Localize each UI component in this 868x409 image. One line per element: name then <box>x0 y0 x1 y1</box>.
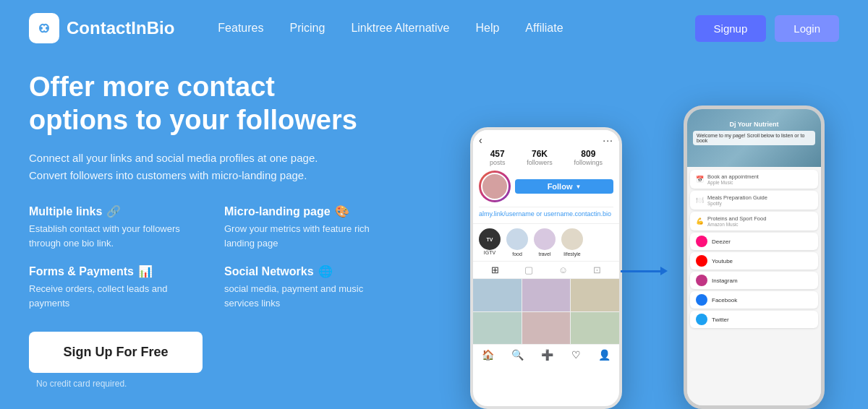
feature-forms-payments: Forms & Payments 📊 Receive orders, colle… <box>29 264 195 310</box>
proteins-icon: 💪 <box>696 218 704 225</box>
feature-desc-forms: Receive orders, collect leads and paymen… <box>29 282 195 310</box>
ig-avatar-row: Follow ▼ <box>479 171 613 202</box>
feature-desc-social: social media, payment and music services… <box>224 282 391 310</box>
svg-point-1 <box>40 27 43 30</box>
ig-search-icon[interactable]: 🔍 <box>511 349 524 361</box>
social-instagram[interactable]: Instagram <box>690 272 818 289</box>
ig-story-travel: travel <box>534 228 556 257</box>
deezer-icon <box>696 236 707 247</box>
app-link-meals[interactable]: 🍽️ Meals Preparation Guide Spotify <box>690 191 818 210</box>
facebook-icon <box>696 294 707 306</box>
hero-left: Offer more contact options to your follo… <box>29 64 448 409</box>
ig-tab-tag[interactable]: ☺ <box>558 264 568 275</box>
meals-icon: 🍽️ <box>696 197 704 204</box>
instagram-social-icon <box>696 275 707 286</box>
ig-avatar-image <box>481 173 509 200</box>
ig-heart-icon[interactable]: ♡ <box>571 349 581 361</box>
feature-multiple-links: Multiple links 🔗 Establish contact with … <box>29 204 195 250</box>
login-button[interactable]: Login <box>775 15 839 42</box>
app-welcome-text: Welcome to my page! Scroll below to list… <box>693 131 815 145</box>
ig-stories-row: TV IGTV food travel lifestyle <box>473 224 619 262</box>
facebook-label: Facebook <box>712 297 737 303</box>
ig-options: ··· <box>603 134 613 146</box>
feature-social-networks: Social Networks 🌐 social media, payment … <box>224 264 391 310</box>
proteins-service: Amazon Music <box>707 222 766 227</box>
appointment-label: Book an appointment <box>707 173 759 180</box>
app-header: Dj Your Nutrient Welcome to my page! Scr… <box>687 109 821 167</box>
arrow-head <box>660 267 668 275</box>
ig-story-igtv: TV IGTV <box>479 228 501 257</box>
social-facebook[interactable]: Facebook <box>690 291 818 309</box>
feature-desc-micro: Grow your metrics with feature rich land… <box>224 222 391 250</box>
feature-title-social: Social Networks 🌐 <box>224 264 391 278</box>
nav-linktree[interactable]: Linktree Alternative <box>351 22 449 35</box>
ig-following-stat: 809 followings <box>574 149 603 166</box>
logo[interactable]: ContactInBio <box>29 13 174 43</box>
ig-tab-grid[interactable]: ⊞ <box>491 264 499 275</box>
youtube-icon <box>696 255 707 267</box>
ig-profile-icon[interactable]: 👤 <box>598 349 610 361</box>
ig-bio-link: almy.link/username or username.contactin… <box>479 207 613 220</box>
logo-text: ContactInBio <box>67 18 174 38</box>
ig-avatar <box>479 171 511 202</box>
deezer-label: Deezer <box>712 238 731 245</box>
ig-story-food: food <box>506 228 528 257</box>
instagram-social-label: Instagram <box>712 277 738 284</box>
meals-label: Meals Preparation Guide <box>707 194 767 201</box>
ig-header: ‹ ··· 457 posts 76K followers 809 follow… <box>473 130 619 224</box>
arrow <box>621 267 668 275</box>
features-grid: Multiple links 🔗 Establish contact with … <box>29 204 391 310</box>
feature-title-forms: Forms & Payments 📊 <box>29 264 195 278</box>
ig-photo-grid <box>473 279 619 344</box>
feature-micro-landing: Micro-landing page 🎨 Grow your metrics w… <box>224 204 391 250</box>
app-header-title: Dj Your Nutrient <box>693 113 815 128</box>
app-link-proteins[interactable]: 💪 Proteins and Sport Food Amazon Music <box>690 212 818 231</box>
appointment-icon: 📅 <box>696 176 704 183</box>
nav-affiliate[interactable]: Affiliate <box>525 22 563 35</box>
ig-tab-person[interactable]: ⊡ <box>593 264 601 275</box>
app-links: 📅 Book an appointment Apple Music 🍽️ Mea… <box>687 167 821 405</box>
app-phone: Dj Your Nutrient Welcome to my page! Scr… <box>684 106 825 409</box>
logo-icon <box>29 13 59 43</box>
social-deezer[interactable]: Deezer <box>690 233 818 250</box>
nav-help[interactable]: Help <box>475 22 499 35</box>
svg-point-2 <box>46 27 48 30</box>
ig-home-icon[interactable]: 🏠 <box>482 349 494 361</box>
meals-service: Spotify <box>707 201 767 206</box>
twitter-icon <box>696 314 707 325</box>
arrow-line <box>621 270 660 272</box>
ig-add-icon[interactable]: ➕ <box>541 349 553 361</box>
ig-story-lifestyle: lifestyle <box>561 228 583 257</box>
nav-pricing[interactable]: Pricing <box>289 22 325 35</box>
cta-container: Sign Up For Free No credit card required… <box>29 332 448 389</box>
no-credit-card-text: No credit card required. <box>36 379 448 389</box>
appointment-service: Apple Music <box>707 180 759 185</box>
ig-follow-button[interactable]: Follow ▼ <box>515 179 613 194</box>
ig-followers-stat: 76K followers <box>527 149 553 166</box>
social-youtube[interactable]: Youtube <box>690 252 818 270</box>
nav-links: Features Pricing Linktree Alternative He… <box>218 22 694 35</box>
hero-title: Offer more contact options to your follo… <box>29 71 376 137</box>
proteins-label: Proteins and Sport Food <box>707 215 766 222</box>
social-twitter[interactable]: Twitter <box>690 311 818 328</box>
signup-button[interactable]: Signup <box>695 15 767 42</box>
feature-title-links: Multiple links 🔗 <box>29 204 195 218</box>
cta-signup-button[interactable]: Sign Up For Free <box>29 332 203 373</box>
hero-section: Offer more contact options to your follo… <box>0 56 868 409</box>
feature-title-micro: Micro-landing page 🎨 <box>224 204 391 218</box>
hero-right: ‹ ··· 457 posts 76K followers 809 follow… <box>448 64 839 409</box>
ig-stats: 457 posts 76K followers 809 followings <box>479 149 613 166</box>
navbar: ContactInBio Features Pricing Linktree A… <box>0 0 868 56</box>
youtube-label: Youtube <box>712 258 733 264</box>
ig-bottom-bar: 🏠 🔍 ➕ ♡ 👤 <box>473 344 619 363</box>
svg-rect-0 <box>34 18 54 38</box>
twitter-label: Twitter <box>712 317 729 323</box>
nav-buttons: Signup Login <box>695 15 839 42</box>
instagram-phone: ‹ ··· 457 posts 76K followers 809 follow… <box>470 127 622 409</box>
ig-posts-stat: 457 posts <box>490 149 506 166</box>
nav-features[interactable]: Features <box>218 22 263 35</box>
hero-subtitle: Connect all your links and social media … <box>29 150 347 184</box>
ig-tab-list[interactable]: ▢ <box>524 264 533 275</box>
ig-back-arrow: ‹ <box>479 134 482 146</box>
app-link-appointment[interactable]: 📅 Book an appointment Apple Music <box>690 170 818 189</box>
